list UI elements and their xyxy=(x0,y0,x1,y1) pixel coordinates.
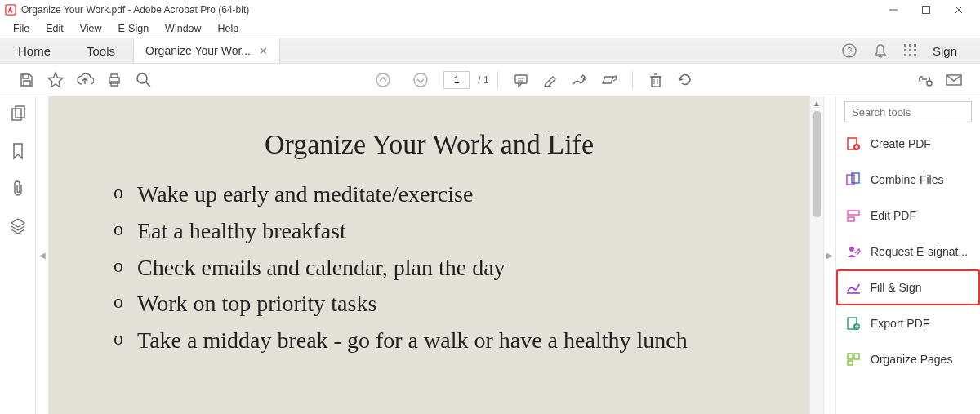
tool-fill-sign[interactable]: Fill & Sign xyxy=(836,269,980,305)
list-item: oWork on top priority tasks xyxy=(83,286,775,323)
page-up-icon[interactable] xyxy=(368,65,398,95)
page-total: / 1 xyxy=(478,74,488,86)
close-tab-icon[interactable]: ✕ xyxy=(259,45,268,57)
nav-next[interactable]: ▶ xyxy=(823,96,836,414)
attachment-icon[interactable] xyxy=(11,180,25,198)
export-pdf-icon xyxy=(846,316,861,331)
tool-label: Request E-signat... xyxy=(871,245,968,258)
page-nav: / 1 xyxy=(368,65,488,95)
request-esign-icon xyxy=(846,244,861,259)
menu-help[interactable]: Help xyxy=(210,21,247,36)
delete-icon[interactable] xyxy=(641,65,670,95)
tool-label: Edit PDF xyxy=(871,209,916,222)
sign-pen-icon[interactable] xyxy=(565,65,595,95)
toolbar: / 1 xyxy=(0,64,980,96)
create-pdf-icon xyxy=(846,136,861,151)
tool-label: Export PDF xyxy=(871,317,929,330)
svg-rect-8 xyxy=(909,44,911,47)
rotate-icon[interactable] xyxy=(670,65,700,95)
svg-rect-42 xyxy=(848,211,859,215)
tool-organize-pages[interactable]: Organize Pages xyxy=(836,341,980,377)
list-item: oEat a healthy breakfast xyxy=(83,213,775,250)
maximize-button[interactable] xyxy=(910,0,942,20)
tool-request-esign[interactable]: Request E-signat... xyxy=(836,234,980,269)
scroll-thumb[interactable] xyxy=(813,111,821,217)
menu-edit[interactable]: Edit xyxy=(38,21,72,36)
print-icon[interactable] xyxy=(100,65,129,95)
document-tab-label: Organize Your Wor... xyxy=(145,44,251,57)
svg-rect-43 xyxy=(848,217,854,221)
fill-sign-icon xyxy=(846,280,861,295)
bullet-icon: o xyxy=(100,286,137,317)
cloud-upload-icon[interactable] xyxy=(70,65,100,95)
bell-icon[interactable] xyxy=(872,42,889,59)
svg-rect-12 xyxy=(914,49,916,51)
tab-row: Home Tools Organize Your Wor... ✕ ? Sign xyxy=(0,38,980,64)
list-item: oCheck emails and calendar, plan the day xyxy=(83,250,775,287)
tool-combine-files[interactable]: Combine Files xyxy=(836,162,980,198)
search-tools-input[interactable] xyxy=(844,101,972,122)
menu-file[interactable]: File xyxy=(5,21,38,36)
svg-rect-34 xyxy=(12,109,21,120)
tool-label: Create PDF xyxy=(871,137,931,150)
svg-point-22 xyxy=(414,73,427,87)
scroll-up-icon[interactable]: ▲ xyxy=(810,96,823,109)
tool-create-pdf[interactable]: Create PDF xyxy=(836,126,980,162)
svg-rect-10 xyxy=(904,49,906,51)
svg-rect-7 xyxy=(904,44,906,47)
scrollbar[interactable]: ▲ xyxy=(809,96,823,414)
comment-icon[interactable] xyxy=(506,65,536,95)
document-viewport[interactable]: Organize Your Work and Life oWake up ear… xyxy=(49,96,809,414)
tool-list: Create PDF Combine Files Edit PDF Reques… xyxy=(836,126,980,414)
help-icon[interactable]: ? xyxy=(841,42,858,59)
page-input[interactable] xyxy=(443,71,470,89)
doc-list: oWake up early and meditate/exercise oEa… xyxy=(83,176,775,359)
bullet-icon: o xyxy=(100,250,137,281)
menu-bar: File Edit View E-Sign Window Help xyxy=(0,20,980,38)
svg-point-21 xyxy=(376,73,390,87)
edit-pdf-icon xyxy=(846,208,861,223)
bookmark-icon[interactable] xyxy=(11,142,25,160)
svg-rect-13 xyxy=(904,54,906,56)
tab-tools[interactable]: Tools xyxy=(69,38,133,63)
star-icon[interactable] xyxy=(41,65,70,95)
pages-panel-icon[interactable] xyxy=(10,105,26,122)
document-page: Organize Your Work and Life oWake up ear… xyxy=(59,106,800,376)
tool-edit-pdf[interactable]: Edit PDF xyxy=(836,198,980,234)
menu-view[interactable]: View xyxy=(72,21,110,36)
document-tab[interactable]: Organize Your Wor... ✕ xyxy=(133,38,280,63)
svg-rect-9 xyxy=(914,44,916,47)
layers-icon[interactable] xyxy=(10,217,26,234)
search-icon[interactable] xyxy=(129,65,158,95)
sign-link[interactable]: Sign xyxy=(933,44,965,58)
apps-grid-icon[interactable] xyxy=(903,43,918,58)
highlight-icon[interactable] xyxy=(536,65,565,95)
svg-rect-17 xyxy=(111,74,118,78)
svg-line-20 xyxy=(146,82,150,87)
window-title: Organize Your Work.pdf - Adobe Acrobat P… xyxy=(21,4,877,16)
page-down-icon[interactable] xyxy=(406,65,435,95)
tool-label: Combine Files xyxy=(871,173,943,186)
menu-window[interactable]: Window xyxy=(157,21,209,36)
close-button[interactable] xyxy=(942,0,975,20)
bullet-icon: o xyxy=(100,176,137,207)
svg-rect-14 xyxy=(909,54,911,56)
svg-point-44 xyxy=(849,247,854,252)
stamp-icon[interactable] xyxy=(595,65,624,95)
svg-rect-15 xyxy=(914,54,916,56)
save-icon[interactable] xyxy=(11,65,41,95)
right-panel: Create PDF Combine Files Edit PDF Reques… xyxy=(836,96,980,414)
tab-home[interactable]: Home xyxy=(0,38,69,63)
tool-export-pdf[interactable]: Export PDF xyxy=(836,305,980,341)
link-icon[interactable] xyxy=(910,65,939,95)
list-item: oWake up early and meditate/exercise xyxy=(83,176,775,213)
mail-icon[interactable] xyxy=(939,65,969,95)
organize-pages-icon xyxy=(846,352,861,367)
tool-label: Organize Pages xyxy=(871,353,952,366)
menu-esign[interactable]: E-Sign xyxy=(110,21,158,36)
svg-rect-2 xyxy=(923,7,930,14)
combine-files-icon xyxy=(846,172,861,187)
minimize-button[interactable] xyxy=(877,0,910,20)
svg-rect-48 xyxy=(848,354,853,359)
nav-prev[interactable]: ◀ xyxy=(36,96,49,414)
